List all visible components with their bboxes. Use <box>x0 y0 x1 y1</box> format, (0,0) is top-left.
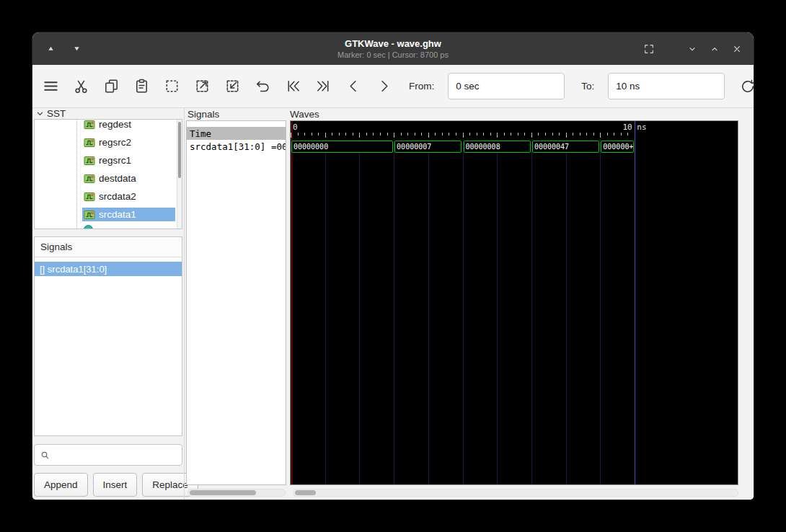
close-button[interactable] <box>728 40 746 58</box>
to-input[interactable] <box>608 73 725 99</box>
bus-segment: 00000007 <box>394 141 462 153</box>
signal-names-panel[interactable]: Time srcdata1[31:0] =00 <box>186 120 286 485</box>
timeline-tick <box>359 133 360 138</box>
cut-button[interactable] <box>73 77 89 95</box>
skip-end-icon <box>315 78 332 94</box>
wave-area[interactable]: 0 10 ns 00000000000000070000000800000047… <box>290 120 738 485</box>
timeline-tick <box>401 133 402 136</box>
skip-end-button[interactable] <box>315 77 332 95</box>
names-scrollbar[interactable] <box>187 489 286 497</box>
timeline-tick <box>366 133 367 136</box>
timeline-tick <box>469 133 470 136</box>
timeline-tick <box>538 133 539 136</box>
signals-filter-selected-row[interactable]: [] srcdata1[31:0] <box>35 262 182 276</box>
close-icon <box>731 43 743 55</box>
filter-buttons: Append Insert Replace <box>34 473 182 497</box>
signal-icon <box>84 174 95 184</box>
sst-tree-panel[interactable]: regdest regsrc2 regsrc1 <box>34 119 182 229</box>
main-area: SST regdest regsrc2 <box>32 108 754 500</box>
titlebar-down-button[interactable] <box>67 40 86 58</box>
timeline-tick <box>339 133 340 136</box>
timeline-tick <box>531 133 532 138</box>
chevron-right-icon <box>376 78 392 94</box>
timeline-tick <box>442 133 443 136</box>
to-label: To: <box>581 81 594 92</box>
skip-start-button[interactable] <box>285 77 301 95</box>
sst-tree-item[interactable]: regsrc2 <box>35 133 182 151</box>
maximize-button[interactable] <box>705 40 724 58</box>
from-input[interactable] <box>448 73 565 99</box>
undo-icon <box>255 78 271 94</box>
restore-icon <box>643 43 655 55</box>
tree-item-label: srcdata2 <box>99 191 136 202</box>
desktop-background: GTKWave - wave.ghw Marker: 0 sec | Curso… <box>0 0 786 532</box>
skip-start-icon <box>285 78 301 94</box>
sst-tree-item[interactable]: regsrc1 <box>35 151 182 169</box>
timeline-tick <box>298 133 299 136</box>
sst-expander[interactable]: SST <box>36 108 66 119</box>
timeline-tick <box>559 133 560 136</box>
zoom-out-button[interactable] <box>224 77 241 95</box>
gridline <box>600 139 601 484</box>
waves-scrollbar[interactable] <box>293 489 738 497</box>
timeline-tick <box>435 133 436 136</box>
timeline-tick <box>477 133 477 136</box>
append-button[interactable]: Append <box>34 473 88 497</box>
zoom-fit-button[interactable] <box>164 77 180 95</box>
minimize-button[interactable] <box>683 40 702 58</box>
signal-search-input[interactable] <box>55 450 177 461</box>
timeline-tick <box>304 133 305 136</box>
signals-filter-panel: Signals [] srcdata1[31:0] <box>34 236 182 436</box>
copy-button[interactable] <box>103 77 120 95</box>
tree-scrollbar[interactable] <box>177 120 182 229</box>
timeline-tick <box>421 133 422 136</box>
tree-guide-line <box>76 120 77 229</box>
timeline-tick <box>332 133 332 136</box>
signal-name-row[interactable]: srcdata1[31:0] =00 <box>187 140 286 153</box>
menu-button[interactable] <box>43 77 59 95</box>
timeline-tick <box>428 133 429 138</box>
gridline <box>325 139 326 484</box>
titlebar[interactable]: GTKWave - wave.ghw Marker: 0 sec | Curso… <box>32 32 754 65</box>
zoom-in-button[interactable] <box>194 77 211 95</box>
time-row[interactable]: Time <box>187 127 286 140</box>
chevron-up-icon <box>709 43 720 55</box>
tree-scrollbar-thumb[interactable] <box>178 122 181 178</box>
gtkwave-window: GTKWave - wave.ghw Marker: 0 sec | Curso… <box>32 32 754 500</box>
zoom-in-icon <box>194 78 211 94</box>
undo-button[interactable] <box>255 77 271 95</box>
timeline-tick <box>545 133 546 136</box>
sst-tree-item[interactable]: srcdata2 <box>35 187 182 205</box>
step-back-button[interactable] <box>345 77 362 95</box>
step-forward-button[interactable] <box>376 77 392 95</box>
tree-item-label: regsrc2 <box>99 137 131 148</box>
chevron-down-icon <box>686 43 698 55</box>
timeline-tick <box>607 133 608 136</box>
timeline-tick <box>593 133 594 136</box>
insert-button[interactable]: Insert <box>93 473 138 497</box>
signals-filter-header: Signals <box>35 237 182 257</box>
timeline-tick <box>566 133 567 138</box>
gridline <box>531 139 532 484</box>
signal-icon <box>84 210 95 220</box>
reload-button[interactable] <box>738 77 754 95</box>
triangle-down-icon <box>72 44 81 53</box>
sst-tree-item[interactable]: srcdata1 <box>35 205 182 223</box>
sst-tree-item[interactable]: regdest <box>35 119 182 133</box>
search-icon <box>40 450 50 461</box>
chevron-expand-icon <box>36 110 44 118</box>
sst-tree-item[interactable]: destdata <box>35 169 182 187</box>
waves-scrollbar-thumb[interactable] <box>295 490 316 495</box>
scissors-icon <box>73 78 89 94</box>
restore-button[interactable] <box>640 40 658 58</box>
signal-search-box[interactable] <box>34 444 182 466</box>
titlebar-up-button[interactable] <box>41 40 60 58</box>
paste-button[interactable] <box>133 77 150 95</box>
signal-icon <box>84 138 95 148</box>
left-pane-divider <box>184 108 185 500</box>
gridline <box>428 139 429 484</box>
names-scrollbar-thumb[interactable] <box>190 490 256 495</box>
tree-item-clipped-icon <box>84 225 93 229</box>
signal-icon <box>84 156 95 166</box>
toolbar: From: To: <box>32 65 754 108</box>
